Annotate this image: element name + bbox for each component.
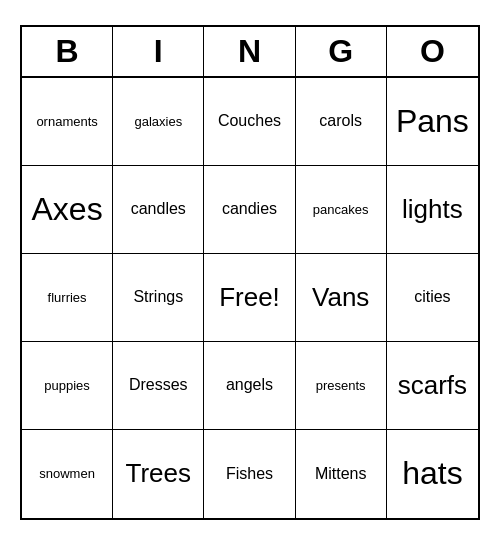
bingo-cell: presents bbox=[296, 342, 387, 430]
header-letter: G bbox=[296, 27, 387, 76]
bingo-header: BINGO bbox=[22, 27, 478, 78]
bingo-cell: scarfs bbox=[387, 342, 478, 430]
header-letter: N bbox=[204, 27, 295, 76]
bingo-cell: candles bbox=[113, 166, 204, 254]
bingo-cell: galaxies bbox=[113, 78, 204, 166]
bingo-cell: Dresses bbox=[113, 342, 204, 430]
bingo-cell: carols bbox=[296, 78, 387, 166]
bingo-cell: pancakes bbox=[296, 166, 387, 254]
bingo-cell: puppies bbox=[22, 342, 113, 430]
bingo-cell: flurries bbox=[22, 254, 113, 342]
header-letter: B bbox=[22, 27, 113, 76]
bingo-cell: Axes bbox=[22, 166, 113, 254]
bingo-cell: cities bbox=[387, 254, 478, 342]
header-letter: I bbox=[113, 27, 204, 76]
bingo-cell: snowmen bbox=[22, 430, 113, 518]
bingo-cell: hats bbox=[387, 430, 478, 518]
bingo-cell: Couches bbox=[204, 78, 295, 166]
bingo-cell: Free! bbox=[204, 254, 295, 342]
bingo-cell: candies bbox=[204, 166, 295, 254]
bingo-card: BINGO ornamentsgalaxiesCouchescarolsPans… bbox=[20, 25, 480, 520]
bingo-cell: Fishes bbox=[204, 430, 295, 518]
header-letter: O bbox=[387, 27, 478, 76]
bingo-cell: Vans bbox=[296, 254, 387, 342]
bingo-cell: ornaments bbox=[22, 78, 113, 166]
bingo-cell: Strings bbox=[113, 254, 204, 342]
bingo-cell: Trees bbox=[113, 430, 204, 518]
bingo-cell: Mittens bbox=[296, 430, 387, 518]
bingo-cell: angels bbox=[204, 342, 295, 430]
bingo-grid: ornamentsgalaxiesCouchescarolsPansAxesca… bbox=[22, 78, 478, 518]
bingo-cell: Pans bbox=[387, 78, 478, 166]
bingo-cell: lights bbox=[387, 166, 478, 254]
